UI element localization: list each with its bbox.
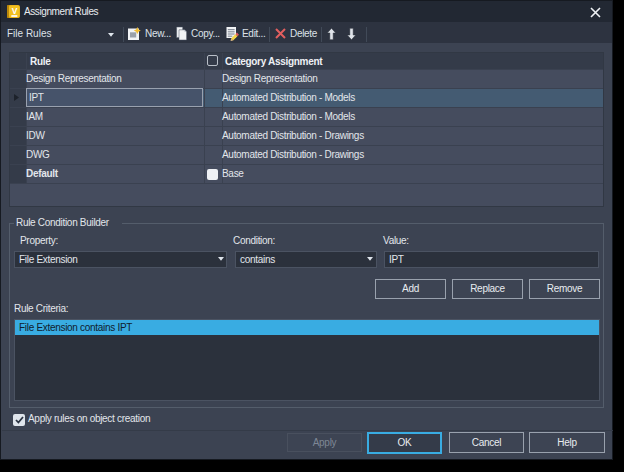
svg-text:V: V [12, 6, 18, 16]
